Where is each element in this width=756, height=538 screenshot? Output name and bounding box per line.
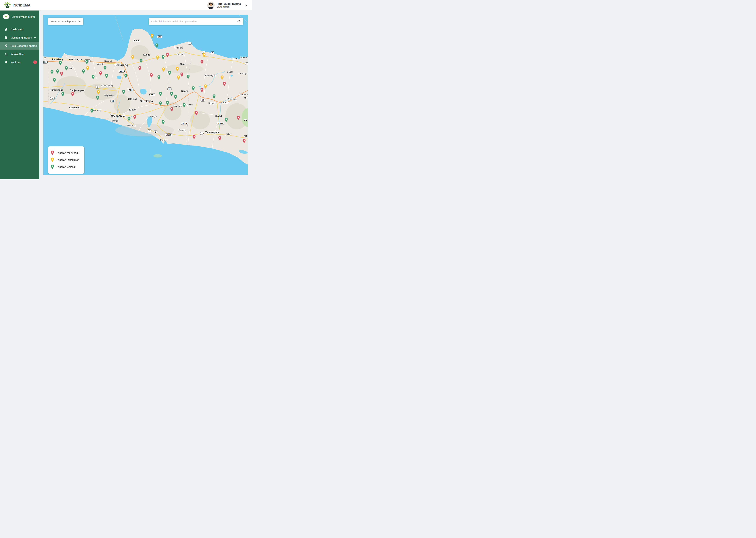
report-pin-selesai[interactable] <box>82 69 85 74</box>
report-pin-menunggu[interactable] <box>166 53 169 57</box>
report-pin-selesai[interactable] <box>168 71 171 75</box>
report-pin-dikerjakan[interactable] <box>151 34 154 38</box>
map-search <box>149 18 243 25</box>
report-pin-selesai[interactable] <box>170 91 173 96</box>
report-pin-menunggu[interactable] <box>200 88 204 92</box>
status-filter-dropdown[interactable]: Semua status laporan <box>48 18 83 25</box>
road-shield: 9 <box>96 86 99 88</box>
city-label: Rembang <box>174 47 183 49</box>
map-canvas[interactable]: SemarangSurakartaYogyakartaJeparaKudusBl… <box>43 15 248 175</box>
report-pin-selesai[interactable] <box>155 43 158 48</box>
report-pin-menunggu[interactable] <box>170 107 173 112</box>
report-pin-selesai[interactable] <box>53 78 56 82</box>
report-pin-menunggu[interactable] <box>243 139 246 143</box>
report-pin-selesai[interactable] <box>122 90 125 94</box>
report-pin-menunggu[interactable] <box>150 73 153 78</box>
city-label: Magetan <box>173 105 182 108</box>
sidebar-item-peta-sebaran-laporan[interactable]: Peta Sebaran Laporan <box>0 42 39 50</box>
user-menu[interactable]: Halo, Budi Pratama Divre Janten <box>207 2 252 9</box>
report-pin-selesai[interactable] <box>187 75 190 79</box>
report-pin-menunggu[interactable] <box>218 136 221 141</box>
report-pin-selesai[interactable] <box>192 86 195 91</box>
chevrons-left-icon <box>3 14 10 19</box>
report-pin-selesai[interactable] <box>166 101 169 105</box>
road-shield: 1 <box>211 51 214 54</box>
sidebar-item-label: Dashboard <box>11 28 23 31</box>
report-pin-selesai[interactable] <box>85 60 88 64</box>
search-icon[interactable] <box>237 20 241 23</box>
sidebar-item-monitoring-insiden[interactable]: Monitoring Insiden <box>0 33 39 42</box>
report-pin-menunggu[interactable] <box>60 72 63 76</box>
report-pin-selesai[interactable] <box>157 75 161 80</box>
report-pin-dikerjakan[interactable] <box>177 75 180 80</box>
report-pin-selesai[interactable] <box>56 69 59 74</box>
chevron-down-icon[interactable] <box>245 4 248 7</box>
report-pin-dikerjakan[interactable] <box>220 75 224 80</box>
city-label: Bojonegoro <box>205 74 216 77</box>
report-pin-dikerjakan[interactable] <box>97 90 100 94</box>
report-pin-menunggu[interactable] <box>133 115 136 120</box>
report-pin-menunggu[interactable] <box>193 135 196 139</box>
city-label: Bat <box>244 119 248 121</box>
city-label: Slahung <box>178 129 186 131</box>
hide-menu-button[interactable]: Sembunyikan Menu <box>0 11 39 19</box>
report-pin-dikerjakan[interactable] <box>156 55 159 60</box>
report-pin-selesai[interactable] <box>162 120 165 125</box>
report-pin-selesai[interactable] <box>59 61 62 65</box>
report-pin-dikerjakan[interactable] <box>162 67 165 72</box>
report-pin-menunggu[interactable] <box>195 111 198 115</box>
user-avatar <box>207 2 214 9</box>
city-label: Kendal <box>105 60 112 62</box>
pin-icon <box>51 150 54 155</box>
city-label: Wonogiri <box>148 115 157 118</box>
report-pin-menunggu[interactable] <box>200 60 204 64</box>
report-pin-selesai[interactable] <box>139 59 143 63</box>
report-pin-selesai[interactable] <box>127 117 130 121</box>
notification-badge: 1 <box>33 60 37 64</box>
city-label: Surakarta <box>140 100 153 103</box>
report-pin-menunggu[interactable] <box>71 92 74 96</box>
sidebar-item-label: Kelola Akun <box>11 53 24 56</box>
report-pin-dikerjakan[interactable] <box>86 66 89 71</box>
report-pin-menunggu[interactable] <box>180 72 183 77</box>
report-pin-menunggu[interactable] <box>99 71 102 76</box>
report-pin-selesai[interactable] <box>50 70 54 74</box>
search-input[interactable] <box>151 20 237 23</box>
report-pin-dikerjakan[interactable] <box>131 55 134 60</box>
report-pin-selesai[interactable] <box>159 101 162 106</box>
sidebar-item-notifikasi[interactable]: Notifikasi1 <box>0 58 39 66</box>
report-pin-selesai[interactable] <box>159 91 162 96</box>
road-shield: AH2 <box>150 93 155 96</box>
city-label: Ngawi <box>181 89 188 92</box>
report-pin-selesai[interactable] <box>96 95 99 100</box>
report-pin-selesai[interactable] <box>92 75 95 79</box>
report-pin-selesai[interactable] <box>225 118 228 122</box>
hide-menu-label: Sembunyikan Menu <box>12 15 35 18</box>
city-label: Boyolali <box>128 97 137 100</box>
report-pin-selesai[interactable] <box>182 103 186 108</box>
report-pin-selesai[interactable] <box>174 95 177 99</box>
sidebar-item-dashboard[interactable]: Dashboard <box>0 25 39 33</box>
sidebar-item-kelola-akun[interactable]: Kelola Akun <box>0 50 39 58</box>
user-meta: Halo, Budi Pratama Divre Janten <box>217 2 241 8</box>
report-pin-menunggu[interactable] <box>138 66 141 71</box>
report-pin-menunggu[interactable] <box>223 81 226 86</box>
brand-name: INCIDEMA <box>13 3 30 7</box>
city-label: Wonosari <box>127 124 136 127</box>
report-pin-selesai[interactable] <box>162 55 165 60</box>
report-pin-selesai[interactable] <box>124 74 127 78</box>
report-pin-selesai[interactable] <box>65 66 68 71</box>
city-label: Brondong <box>240 56 248 59</box>
report-pin-dikerjakan[interactable] <box>204 84 207 89</box>
report-pin-dikerjakan[interactable] <box>176 67 179 71</box>
report-pin-selesai[interactable] <box>213 94 215 99</box>
city-label: Tuban <box>231 57 237 60</box>
report-pin-selesai[interactable] <box>90 109 93 113</box>
road-shield: 15 <box>201 99 205 101</box>
report-pin-menunggu[interactable] <box>237 116 240 120</box>
report-pin-selesai[interactable] <box>103 66 107 70</box>
map-pin-icon <box>5 44 8 48</box>
report-pin-dikerjakan[interactable] <box>203 53 206 57</box>
report-pin-selesai[interactable] <box>61 92 65 96</box>
report-pin-selesai[interactable] <box>105 74 108 78</box>
